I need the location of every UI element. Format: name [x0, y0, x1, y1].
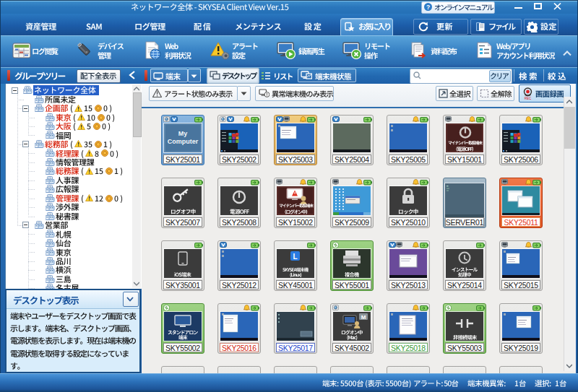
svg-text:REC: REC — [525, 97, 532, 100]
svg-text:My: My — [178, 130, 188, 137]
svg-text:?: ? — [426, 4, 430, 11]
svg-text:L: L — [293, 252, 297, 260]
svg-text:Computer: Computer — [168, 138, 199, 145]
svg-text:M: M — [361, 313, 366, 320]
